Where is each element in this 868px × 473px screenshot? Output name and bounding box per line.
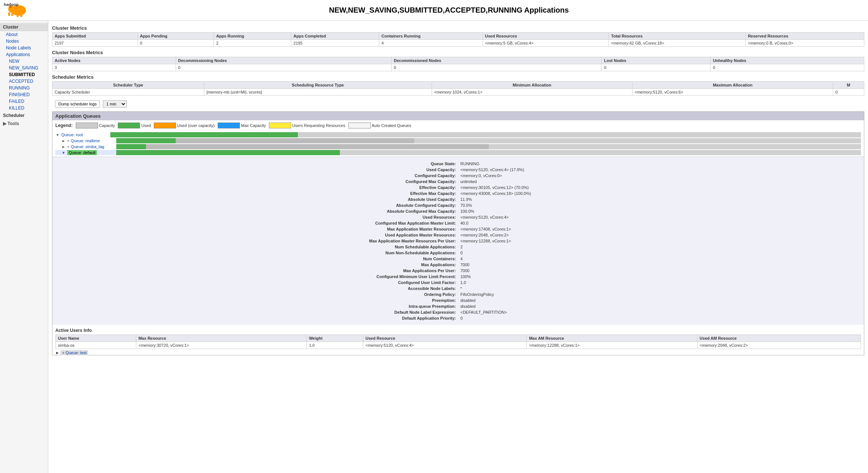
detail-value-queue-state: RUNNING [458,161,857,167]
queue-default-used-bar [116,150,340,155]
sidebar-item-new-saving[interactable]: NEW_SAVING [0,65,48,71]
col-total-resources: Total Resources [609,33,745,40]
sidebar-item-failed[interactable]: FAILED [0,98,48,105]
queue-root-toggle[interactable]: ▼ [55,133,60,137]
cell-used-am-resource: <memory:2048, vCores:2> [697,342,861,349]
queue-simba-tag-label: ► + Queue: simba_tag [61,144,113,149]
detail-label-user-limit-factor: Configured User Limit Factor: [60,280,458,286]
col-unhealthy-nodes: Unhealthy Nodes [711,57,864,64]
detail-row-15: Num Non-Schedulable Applications: 0 [60,250,856,256]
col-lost-nodes: Lost Nodes [602,57,711,64]
app-queues-section: Application Queues Legend: Capacity Used… [52,111,864,355]
cell-decommissioned-nodes: 0 [391,64,602,71]
queue-simba-tag-plus: + [67,145,69,149]
legend-users-requesting-box [269,123,291,128]
detail-label-effective-capacity: Effective Capacity: [60,185,458,190]
cell-used-resource: <memory:5120, vCores:4> [363,342,527,349]
detail-label-used-resources: Used Resources: [60,214,458,220]
detail-row-25: Default Node Label Expression: <DEFAULT_… [60,309,856,315]
cell-reserved-resources: <memory:0 B, vCores:0> [745,40,864,47]
svg-text:hadoop: hadoop [4,2,19,7]
detail-label-effective-max-capacity: Effective Max Capacity: [60,190,458,196]
detail-label-num-non-schedulable: Num Non-Schedulable Applications: [60,250,458,256]
queue-test-label[interactable]: + Queue: test [61,350,88,355]
legend-used-label: Used [141,123,151,128]
col-used-am-resource: Used AM Resource [697,335,861,342]
detail-row-4: Effective Capacity: <memory:30105, vCore… [60,185,856,190]
queue-default-row: ▼ Queue: default [55,150,861,155]
cell-active-nodes: 3 [52,64,176,71]
detail-value-abs-used-capacity: 11.9% [458,196,857,202]
cluster-nodes-title: Cluster Nodes Metrics [52,50,864,55]
main-content: Cluster Metrics Apps Submitted Apps Pend… [48,21,868,473]
queue-realtime-name[interactable]: Queue: realtime [71,138,100,143]
detail-label-configured-max-am-limit: Configured Max Application Master Limit: [60,220,458,226]
detail-label-configured-max-capacity: Configured Max Capacity: [60,179,458,185]
detail-value-configured-max-am-limit: 40.0 [458,220,857,226]
detail-row-20: Configured User Limit Factor: 1.0 [60,280,856,286]
cell-user-name: simba-os [56,342,136,349]
queue-simba-tag-toggle[interactable]: ► [61,144,66,149]
svg-rect-4 [17,14,19,17]
detail-row-24: Intra-queue Preemption: disabled [60,303,856,309]
legend-max-capacity-label: Max Capacity [241,123,266,128]
col-sched-m: M [833,82,864,89]
detail-row-9: Used Resources: <memory:5120, vCores:4> [60,214,856,220]
dump-scheduler-button[interactable]: Dump scheduler logs [55,100,100,108]
queue-realtime-toggle[interactable]: ► [61,138,66,143]
queue-realtime-plus: + [67,139,69,143]
detail-row-10: Configured Max Application Master Limit:… [60,220,856,226]
col-sched-resource-type: Scheduling Resource Type [204,82,432,89]
queue-simba-tag-used-bar [116,144,146,149]
dump-interval-select[interactable]: 1 min 5 min 10 min [103,100,127,108]
cell-apps-submitted: 2197 [52,40,138,47]
queue-default-name[interactable]: Queue: default [67,150,97,155]
layout: Cluster About Nodes Node Labels Applicat… [0,21,868,473]
detail-label-max-applications: Max Applications: [60,262,458,268]
sidebar-item-finished[interactable]: FINISHED [0,91,48,98]
sidebar-scheduler[interactable]: Scheduler [0,111,48,120]
sidebar-item-killed[interactable]: KILLED [0,105,48,111]
queue-default-toggle[interactable]: ▼ [61,150,66,155]
detail-label-max-am-per-user: Max Application Master Resources Per Use… [60,238,458,244]
sidebar: Cluster About Nodes Node Labels Applicat… [0,21,48,473]
sidebar-tools[interactable]: ▶ Tools [0,120,48,128]
col-max-allocation: Maximum Allocation [633,82,833,89]
sidebar-item-accepted[interactable]: ACCEPTED [0,78,48,85]
svg-rect-2 [8,12,10,16]
legend-capacity: Capacity [76,123,115,128]
detail-label-num-schedulable: Num Schedulable Applications: [60,244,458,250]
detail-value-ordering-policy: FifoOrderingPolicy [458,291,857,297]
legend-used-over-box [154,123,176,128]
detail-value-max-apps-per-user: 7000 [458,268,857,274]
col-apps-submitted: Apps Submitted [52,33,138,40]
detail-row-23: Preemption: disabled [60,297,856,303]
detail-value-configured-max-capacity: unlimited [458,179,857,185]
detail-row-14: Num Schedulable Applications: 2 [60,244,856,250]
detail-row-3: Configured Max Capacity: unlimited [60,179,856,185]
sidebar-item-submitted[interactable]: SUBMITTED [0,71,48,78]
col-max-am-resource: Max AM Resource [527,335,697,342]
sidebar-item-node-labels[interactable]: Node Labels [0,45,48,51]
col-apps-completed: Apps Completed [291,33,379,40]
sidebar-item-new[interactable]: NEW [0,58,48,65]
queue-simba-tag-name[interactable]: Queue: simba_tag [71,144,104,149]
detail-value-configured-capacity: <memory:0, vCores:0> [458,173,857,179]
sidebar-item-applications[interactable]: Applications [0,51,48,58]
sidebar-item-nodes[interactable]: Nodes [0,38,48,45]
sidebar-cluster[interactable]: Cluster [0,23,48,31]
detail-label-default-node-label: Default Node Label Expression: [60,309,458,315]
detail-row-13: Max Application Master Resources Per Use… [60,238,856,244]
queue-test-toggle[interactable]: ► [55,350,59,355]
sidebar-item-running[interactable]: RUNNING [0,85,48,91]
queue-root-name[interactable]: Queue: root [61,133,83,137]
col-apps-running: Apps Running [214,33,291,40]
queue-default-bar [116,150,861,155]
detail-value-max-applications: 7000 [458,262,857,268]
detail-value-max-am-per-user: <memory:12288, vCores:1> [458,238,857,244]
detail-value-used-resources: <memory:5120, vCores:4> [458,214,857,220]
legend-auto-created: Auto Created Queues [348,123,411,128]
sidebar-item-about[interactable]: About [0,31,48,38]
dump-scheduler-row: Dump scheduler logs 1 min 5 min 10 min [52,99,864,109]
detail-value-num-containers: 4 [458,256,857,262]
